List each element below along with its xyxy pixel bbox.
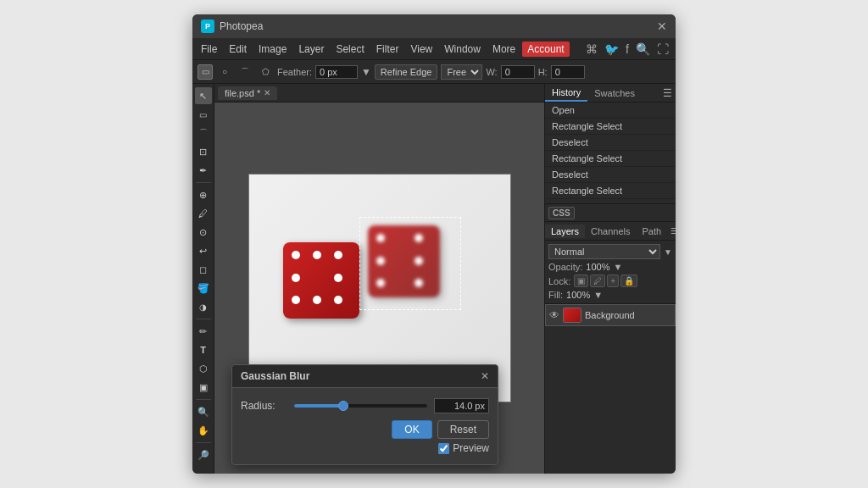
layer-name: Background (585, 310, 671, 320)
width-input[interactable] (501, 65, 535, 79)
menu-account[interactable]: Account (522, 42, 569, 57)
opacity-dropdown-icon[interactable]: ▼ (614, 262, 623, 272)
dialog-close-button[interactable]: ✕ (481, 370, 489, 382)
dialog-body: Radius: OK Reset (232, 388, 498, 464)
dice-1 (283, 242, 359, 319)
tab-path[interactable]: Path (637, 225, 668, 238)
menu-select[interactable]: Select (331, 42, 369, 57)
lock-all-icon[interactable]: 🔒 (620, 274, 637, 287)
refine-edge-button[interactable]: Refine Edge (375, 64, 438, 80)
history-brush-tool[interactable]: ↩ (195, 242, 212, 259)
gaussian-reset-button[interactable]: Reset (437, 420, 489, 439)
w-label: W: (486, 67, 497, 77)
tab-channels[interactable]: Channels (585, 225, 636, 238)
panel-menu-icon[interactable]: ☰ (659, 87, 676, 99)
lasso-tool[interactable]: ⌒ (236, 64, 253, 80)
move-tool[interactable]: ↖ (195, 87, 212, 104)
opacity-row: Opacity: 100% ▼ (548, 262, 672, 272)
toolbar-divider-1 (196, 182, 211, 183)
lock-paint-icon[interactable]: 🖊 (590, 274, 605, 287)
app-window: P Photopea ✕ File Edit Image Layer Selec… (192, 14, 676, 474)
dialog-title-text: Gaussian Blur (241, 370, 309, 382)
radius-label: Radius: (241, 400, 287, 412)
fullscreen-icon[interactable]: ⛶ (657, 42, 669, 56)
history-item[interactable]: Rectangle Select (545, 183, 676, 199)
polygon-lasso-tool[interactable]: ⬠ (257, 64, 274, 80)
slider-thumb[interactable] (338, 401, 348, 411)
search-icon[interactable]: 🔍 (636, 42, 650, 56)
menu-image[interactable]: Image (253, 42, 292, 57)
layer-visibility-icon[interactable]: 👁 (549, 309, 559, 321)
css-button[interactable]: CSS (548, 207, 575, 219)
path-tool[interactable]: ⬡ (195, 360, 212, 377)
fill-value: 100% (566, 290, 590, 300)
brush-tool[interactable]: 🖊 (195, 205, 212, 222)
shape-tool[interactable]: ▣ (195, 379, 212, 396)
main-area: ↖ ▭ ⌒ ⊡ ✒ ⊕ 🖊 ⊙ ↩ ◻ 🪣 ◑ ✏ T ⬡ ▣ 🔍 ✋ 🔎 (192, 84, 676, 474)
search-left-button[interactable]: 🔎 (195, 446, 212, 463)
selection-tool[interactable]: ▭ (195, 106, 212, 123)
menu-filter[interactable]: Filter (371, 42, 404, 57)
lock-transparency-icon[interactable]: ▣ (574, 274, 588, 287)
slider-track (294, 404, 427, 408)
height-input[interactable] (551, 65, 585, 79)
eraser-tool[interactable]: ◻ (195, 261, 212, 278)
menu-more[interactable]: More (487, 42, 520, 57)
layer-background-item[interactable]: 👁 Background (545, 304, 676, 326)
gaussian-ok-button[interactable]: OK (392, 420, 431, 439)
tab-layers[interactable]: Layers (545, 225, 585, 238)
opacity-value: 100% (586, 262, 609, 272)
menu-edit[interactable]: Edit (224, 42, 252, 57)
eyedropper-tool[interactable]: ✒ (195, 162, 212, 179)
opacity-label: Opacity: (548, 262, 582, 272)
dodge-tool[interactable]: ◑ (195, 298, 212, 315)
lock-label: Lock: (548, 276, 570, 286)
slider-fill (294, 404, 341, 408)
lasso-left-tool[interactable]: ⌒ (195, 125, 212, 141)
feather-input[interactable] (315, 65, 358, 79)
paint-bucket-tool[interactable]: 🪣 (195, 280, 212, 297)
stamp-tool[interactable]: ⊙ (195, 224, 212, 241)
app-icon: P (201, 19, 214, 33)
text-tool[interactable]: T (195, 341, 212, 358)
reddit-icon[interactable]: ⌘ (586, 42, 598, 56)
tab-history[interactable]: History (545, 84, 587, 102)
menu-file[interactable]: File (196, 42, 222, 57)
blend-dropdown-icon[interactable]: ▼ (664, 247, 672, 257)
history-item[interactable]: Open (545, 103, 676, 119)
menu-window[interactable]: Window (439, 42, 486, 57)
twitter-icon[interactable]: 🐦 (604, 42, 619, 56)
history-item[interactable]: Deselect (545, 135, 676, 151)
canvas-area: file.psd * ✕ (214, 84, 544, 474)
crop-tool[interactable]: ⊡ (195, 143, 212, 160)
layers-channels-tabs: Layers Channels Path ☰ (545, 222, 676, 241)
tab-swatches[interactable]: Swatches (587, 84, 642, 102)
radius-value-input[interactable] (434, 398, 489, 413)
zoom-tool[interactable]: 🔍 (195, 403, 212, 420)
pen-tool[interactable]: ✏ (195, 323, 212, 340)
file-tab[interactable]: file.psd * ✕ (218, 86, 277, 100)
menu-layer[interactable]: Layer (293, 42, 329, 57)
options-toolbar: ▭ ○ ⌒ ⬠ Feather: ▼ Refine Edge Free W: H… (192, 60, 676, 84)
facebook-icon[interactable]: f (626, 42, 629, 56)
history-item[interactable]: Rectangle Select (545, 119, 676, 135)
blend-mode-select[interactable]: Normal (548, 244, 660, 259)
history-item[interactable]: Rectangle Select (545, 151, 676, 167)
hand-tool[interactable]: ✋ (195, 422, 212, 439)
heal-tool[interactable]: ⊕ (195, 186, 212, 203)
window-close-button[interactable]: ✕ (657, 19, 667, 33)
layers-menu-icon[interactable]: ☰ (667, 226, 676, 236)
marquee-rect-tool[interactable]: ▭ (198, 64, 213, 80)
feather-dropdown-icon[interactable]: ▼ (361, 66, 371, 78)
tab-close-button[interactable]: ✕ (264, 88, 270, 97)
canvas-content[interactable]: Gaussian Blur ✕ Radius: (214, 103, 544, 474)
menu-view[interactable]: View (405, 42, 437, 57)
preview-checkbox[interactable] (438, 443, 449, 454)
history-item[interactable]: Deselect (545, 167, 676, 183)
menu-bar: File Edit Image Layer Select Filter View… (192, 38, 676, 60)
style-select[interactable]: Free (441, 64, 482, 80)
fill-dropdown-icon[interactable]: ▼ (593, 290, 603, 300)
radius-slider[interactable] (294, 400, 427, 412)
lock-position-icon[interactable]: + (607, 274, 619, 287)
marquee-ellipse-tool[interactable]: ○ (216, 64, 233, 80)
